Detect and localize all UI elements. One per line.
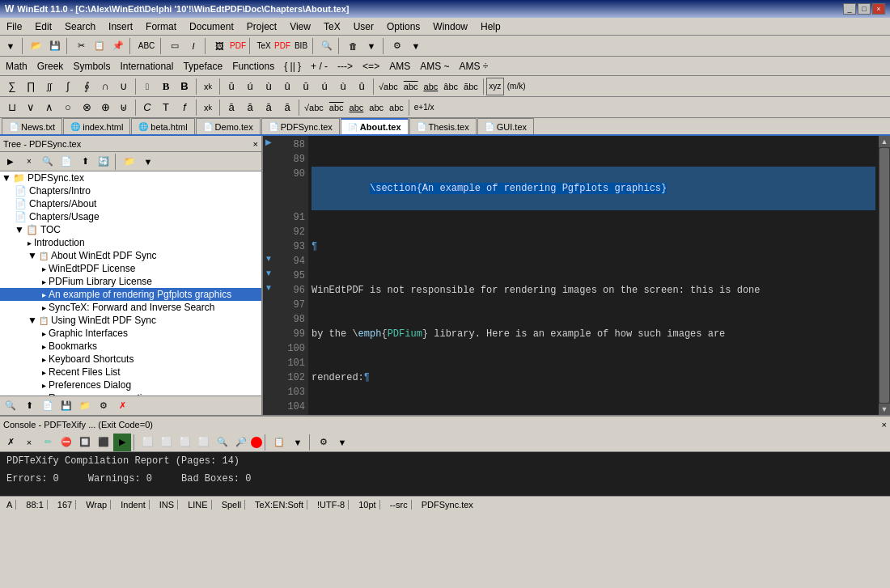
fold-88[interactable]: ▶ — [263, 137, 274, 152]
bibtex-button[interactable]: BIB — [292, 37, 310, 55]
pdf-button[interactable]: PDF — [229, 37, 247, 55]
sym-abreve[interactable]: ă — [241, 99, 259, 116]
tex-button[interactable]: TeX — [255, 37, 273, 55]
tree-item-toc[interactable]: ▼ 📋 TOC — [0, 223, 261, 236]
sym-oint[interactable]: ∮ — [78, 78, 95, 95]
tree-tb-btn6[interactable]: 🔄 — [95, 153, 112, 171]
tab-thesistex[interactable]: 📄 Thesis.tex — [409, 118, 477, 134]
tab-indexhtml[interactable]: 🌐 index.html — [63, 118, 130, 134]
con-btn16[interactable]: ▼ — [289, 434, 307, 451]
tab-guitex[interactable]: 📄 GUI.tex — [477, 118, 534, 134]
sym-vee[interactable]: ∨ — [22, 99, 40, 116]
new-button[interactable]: ▼ — [2, 37, 19, 55]
tab-demotex[interactable]: 📄 Demo.tex — [196, 118, 261, 134]
tree-item-an-example[interactable]: ▸ An example of rendering Pgfplots graph… — [0, 288, 261, 301]
tree-close-button[interactable]: × — [253, 139, 258, 149]
frame-button[interactable]: ▭ — [166, 37, 184, 55]
sym-ubar[interactable]: ū — [222, 78, 240, 95]
con-btn14[interactable] — [251, 437, 262, 448]
sym-int[interactable]: ∫ — [59, 78, 77, 95]
btb-btn2[interactable]: ⬆ — [20, 397, 38, 415]
sym-texttt[interactable]: T — [157, 99, 175, 116]
con-btn1[interactable]: ✗ — [2, 434, 19, 451]
sym-frac[interactable]: e+1/x — [412, 99, 437, 116]
tree-item-using-winedt[interactable]: ▼ 📋 Using WinEdt PDF Sync — [0, 314, 261, 327]
tree-tb-btn1[interactable]: ▶ — [2, 153, 19, 171]
sym-mathfrak[interactable]: f — [176, 99, 193, 116]
sym-abar3[interactable]: ā — [278, 99, 296, 116]
fold-95[interactable]: ▼ — [263, 269, 274, 283]
tab-betahtml[interactable]: 🌐 beta.html — [131, 118, 194, 134]
tab-pdfsync[interactable]: 📄 PDFSync.tex — [261, 118, 340, 134]
save-button[interactable]: 💾 — [46, 37, 64, 55]
sym-uplus[interactable]: ⊎ — [115, 99, 133, 116]
tree-item-synctex[interactable]: ▸ SyncTeX: Forward and Inverse Search — [0, 301, 261, 314]
sym-ubar2[interactable]: ū — [297, 78, 315, 95]
sym-xk2[interactable]: xk — [199, 99, 217, 116]
math-cat-functions[interactable]: Functions — [230, 60, 277, 73]
sym-uacute[interactable]: ú — [241, 78, 259, 95]
sym-abar[interactable]: ā — [222, 99, 240, 116]
btb-btn3[interactable]: 📄 — [39, 397, 57, 415]
math-cat-equiv[interactable]: <=> — [360, 60, 382, 73]
btb-btn1[interactable]: 🔍 — [2, 397, 19, 415]
copy-button[interactable]: 📋 — [91, 37, 108, 55]
btb-btn6[interactable]: ⚙ — [95, 397, 112, 415]
con-btn12[interactable]: 🔍 — [214, 434, 231, 451]
sym-obar[interactable]: abc — [327, 99, 346, 116]
sym-mathbb-b1[interactable]: B — [157, 78, 175, 95]
code-area[interactable]: \section{An example of rendering Pgfplot… — [308, 136, 879, 415]
editor-scrollbar-v[interactable]: ▲ ▼ — [879, 136, 890, 415]
sym-ugrave2[interactable]: ù — [334, 78, 352, 95]
sym-tilde-abc[interactable]: ãbc — [461, 78, 481, 95]
minimize-button[interactable]: _ — [843, 3, 856, 15]
btb-btn7[interactable]: ✗ — [113, 397, 131, 415]
tree-tb-btn4[interactable]: 📄 — [57, 153, 75, 171]
con-btn11[interactable]: ⬜ — [195, 434, 213, 451]
math-cat-plusminus[interactable]: + / - — [308, 60, 330, 73]
tree-item-keyboard-shortcuts[interactable]: ▸ Keyboard Shortcuts — [0, 353, 261, 366]
tree-item-prefs-dialog[interactable]: ▸ Preferences Dialog — [0, 379, 261, 391]
con-btn5[interactable]: 🔲 — [76, 434, 94, 451]
sym-sqrt2[interactable]: √abc — [302, 99, 326, 116]
settings-button[interactable]: ⚙ — [388, 37, 406, 55]
tree-tb-btn3[interactable]: 🔍 — [39, 153, 57, 171]
math-cat-arrows[interactable]: ---> — [335, 60, 355, 73]
sym-xyz-box[interactable]: xyz — [486, 78, 504, 95]
tree-item-winedt-license[interactable]: ▸ WinEdtPDF License — [0, 262, 261, 275]
sym-iint[interactable]: ∫∫ — [40, 78, 58, 95]
con-btn13[interactable]: 🔎 — [232, 434, 250, 451]
delete-button[interactable]: 🗑 — [344, 37, 362, 55]
titlebar-controls[interactable]: _ □ × — [843, 3, 885, 15]
math-cat-math[interactable]: Math — [3, 60, 30, 73]
menu-insert[interactable]: Insert — [102, 19, 139, 34]
paste-button[interactable]: 📌 — [109, 37, 127, 55]
menu-tex[interactable]: TeX — [317, 19, 347, 34]
sym-circle[interactable]: ○ — [59, 99, 77, 116]
sym-sum[interactable]: ∑ — [3, 78, 21, 95]
math-cat-ams-div[interactable]: AMS ÷ — [457, 60, 491, 73]
sym-uacute2[interactable]: ú — [316, 78, 333, 95]
sym-sqrt[interactable]: √abc — [376, 78, 400, 95]
settings2-button[interactable]: ▼ — [407, 37, 425, 55]
sym-cap[interactable]: ∩ — [96, 78, 114, 95]
con-btn9[interactable]: ⬜ — [158, 434, 176, 451]
math-cat-braces[interactable]: { || } — [282, 60, 303, 73]
con-btn3[interactable]: ✏ — [39, 434, 57, 451]
sym-abc5[interactable]: abc — [387, 99, 406, 116]
maximize-button[interactable]: □ — [858, 3, 871, 15]
cut-button[interactable]: ✂ — [72, 37, 90, 55]
scroll-thumb[interactable] — [879, 148, 889, 403]
con-btn8[interactable]: ⬜ — [139, 434, 157, 451]
menu-document[interactable]: Document — [183, 19, 240, 34]
open-button[interactable]: 📂 — [28, 37, 45, 55]
menu-format[interactable]: Format — [139, 19, 183, 34]
con-btn17[interactable]: ⚙ — [315, 434, 333, 451]
sym-ucirc2[interactable]: û — [353, 78, 371, 95]
img-button[interactable]: 🖼 — [210, 37, 228, 55]
btb-btn4[interactable]: 💾 — [57, 397, 75, 415]
btb-btn5[interactable]: 📁 — [76, 397, 94, 415]
con-btn4[interactable]: ⛔ — [57, 434, 75, 451]
sym-oplus[interactable]: ⊕ — [96, 99, 114, 116]
tree-item-introduction[interactable]: ▸ Introduction — [0, 236, 261, 249]
